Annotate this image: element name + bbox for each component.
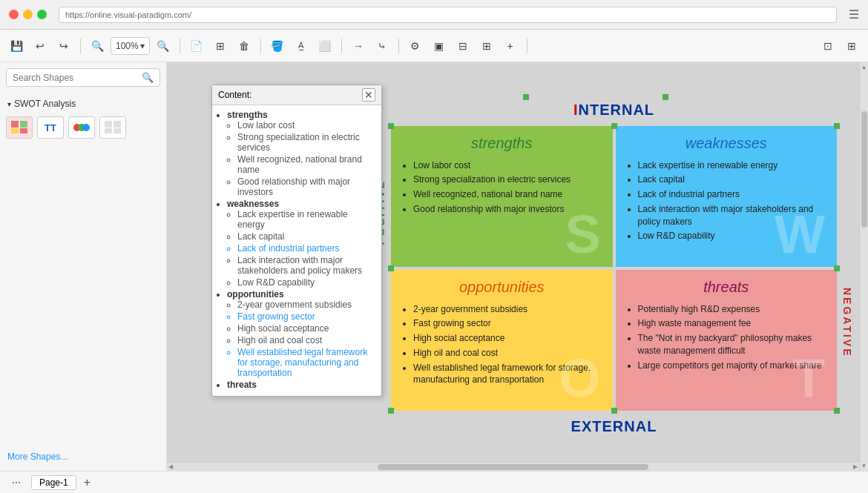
popup-item: Well recognized, national brand name: [237, 154, 375, 175]
arrow-button[interactable]: →: [348, 36, 369, 56]
svg-rect-8: [114, 121, 121, 128]
handle-mr[interactable]: [834, 265, 840, 271]
swot-icon-3[interactable]: [68, 116, 95, 139]
popup-section-threats: threats: [227, 380, 375, 390]
swot-icon-1[interactable]: [6, 116, 33, 139]
grid-button[interactable]: ⊞: [210, 36, 231, 56]
h-scroll-right-arrow[interactable]: ▶: [852, 463, 859, 470]
handle-tm[interactable]: [611, 123, 617, 129]
popup-item: Low labor cost: [237, 120, 375, 130]
h-scroll-track: [174, 464, 852, 470]
threats-item-2: High waste management fee: [638, 317, 827, 330]
address-bar[interactable]: https://online.visual-paradigm.com/: [59, 7, 837, 23]
layout-button[interactable]: ⚙: [405, 36, 426, 56]
label-nternal: NTERNAL: [579, 102, 655, 118]
popup-item: Lack capital: [237, 231, 375, 242]
svg-rect-7: [105, 121, 112, 128]
search-input[interactable]: [13, 73, 137, 83]
handle-top-right[interactable]: [662, 94, 668, 100]
add-page-button[interactable]: +: [81, 476, 93, 489]
opportunities-item-3: High social acceptance: [413, 332, 602, 345]
popup-item: Well established legal framework for sto…: [237, 347, 375, 378]
bottom-left: ⋯ Page-1 +: [6, 472, 93, 493]
distribute-button[interactable]: ⊞: [476, 36, 497, 56]
undo-button[interactable]: ↩: [30, 36, 50, 56]
handle-tl[interactable]: [388, 123, 394, 129]
h-scroll-thumb[interactable]: [378, 464, 648, 470]
popup-item: Lack expertise in renewable energy: [237, 209, 375, 230]
popup-content[interactable]: strengths Low labor cost Strong speciali…: [212, 105, 381, 396]
weaknesses-item-3: Lack of industrial partners: [638, 188, 827, 201]
v-scroll-up-arrow[interactable]: ▲: [861, 64, 867, 70]
handle-bm[interactable]: [611, 408, 617, 414]
swot-cell-opportunities: opportunities 2-year government subsidie…: [391, 270, 613, 411]
group-button[interactable]: ▣: [429, 36, 450, 56]
handle-bl[interactable]: [388, 408, 394, 414]
more-shapes-link[interactable]: More Shapes...: [6, 449, 160, 465]
zoom-dropdown-icon: ▾: [140, 41, 145, 51]
v-scroll-thumb[interactable]: [861, 111, 867, 228]
save-button[interactable]: 💾: [6, 36, 27, 56]
maximize-button[interactable]: [37, 10, 47, 19]
minimize-button[interactable]: [23, 10, 33, 19]
search-box[interactable]: 🔍: [6, 68, 160, 87]
popup-close-button[interactable]: ✕: [362, 88, 375, 102]
strengths-item-2: Strong specialization in electric servic…: [413, 173, 602, 186]
opportunities-item-1: 2-year government subsidies: [413, 303, 602, 316]
opportunities-item-2: Fast growing sector: [413, 317, 602, 330]
v-scrollbar[interactable]: ▲ ▼: [859, 62, 868, 471]
menu-icon[interactable]: ☰: [849, 7, 859, 21]
url-text: https://online.visual-paradigm.com/: [65, 10, 191, 19]
threats-item-1: Potentially high R&D expenses: [638, 303, 827, 316]
page-tab[interactable]: Page-1: [31, 475, 76, 490]
close-button[interactable]: [9, 10, 19, 19]
h-scrollbar[interactable]: ◀ ▶: [167, 462, 859, 471]
swot-cell-threats: threats Potentially high R&D expenses Hi…: [616, 270, 838, 411]
handle-ml[interactable]: [388, 265, 394, 271]
delete-button[interactable]: 🗑: [234, 36, 254, 56]
handle-tr[interactable]: [834, 123, 840, 129]
threats-watermark: T: [792, 351, 825, 405]
svg-rect-0: [11, 121, 19, 128]
align-button[interactable]: ⊟: [453, 36, 473, 56]
weaknesses-watermark: W: [775, 208, 825, 261]
zoom-in-button[interactable]: 🔍: [153, 36, 174, 56]
connector-button[interactable]: ⤷: [372, 36, 392, 56]
swot-section: ▾ SWOT Analysis TT: [6, 96, 160, 139]
popup-title: Content:: [218, 90, 251, 100]
bottom-menu-button[interactable]: ⋯: [6, 472, 27, 493]
swot-icon-4[interactable]: [99, 116, 126, 139]
weaknesses-item-1: Lack expertise in renewable energy: [638, 159, 827, 172]
search-icon: 🔍: [142, 72, 154, 83]
svg-rect-10: [114, 128, 121, 133]
handle-top-left[interactable]: [523, 94, 529, 100]
shape-button[interactable]: ⬜: [315, 36, 335, 56]
add-button[interactable]: +: [500, 36, 521, 56]
v-scroll-track: [861, 72, 867, 461]
bottom-bar: ⋯ Page-1 +: [0, 471, 868, 493]
separator-4: [341, 39, 342, 53]
h-scroll-left-arrow[interactable]: ◀: [167, 463, 174, 470]
panel-toggle-button[interactable]: ⊡: [818, 36, 838, 56]
popup-item: Lack of industrial partners: [237, 243, 375, 254]
zoom-out-button[interactable]: 🔍: [87, 36, 108, 56]
popup-section-strengths: strengths Low labor cost Strong speciali…: [227, 110, 375, 197]
redo-button[interactable]: ↪: [53, 36, 74, 56]
popup-item: Fast growing sector: [237, 311, 375, 322]
separator-5: [398, 39, 399, 53]
swot-cell-weaknesses: weaknesses Lack expertise in renewable e…: [616, 126, 838, 267]
fill-button[interactable]: 🪣: [267, 36, 288, 56]
handle-br[interactable]: [834, 408, 840, 414]
side-labels-right: NEGATIVE: [841, 125, 853, 412]
popup-item: Low R&D capability: [237, 277, 375, 288]
swot-diagram: INTERNAL POSITIVE: [375, 99, 853, 435]
swot-header[interactable]: ▾ SWOT Analysis: [6, 96, 160, 112]
swot-icon-2[interactable]: TT: [37, 116, 64, 139]
zoom-control[interactable]: 100% ▾: [111, 37, 150, 55]
line-color-button[interactable]: A̲: [291, 36, 312, 56]
page-button[interactable]: 📄: [186, 36, 207, 56]
separator-1: [80, 39, 81, 53]
opportunities-watermark: O: [559, 351, 600, 405]
fullscreen-button[interactable]: ⊞: [841, 36, 862, 56]
v-scroll-down-arrow[interactable]: ▼: [861, 463, 867, 469]
